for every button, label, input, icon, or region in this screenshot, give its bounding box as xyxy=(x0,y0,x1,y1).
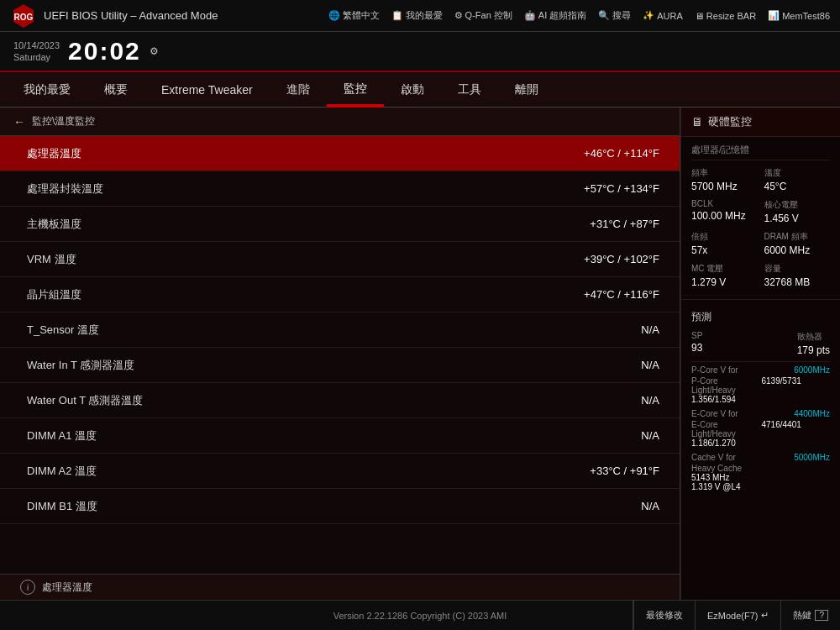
nav-extreme-tweaker[interactable]: Extreme Tweaker xyxy=(144,72,270,108)
monitor-title-icon: 🖥 xyxy=(691,115,703,129)
cpu-memory-section: 處理器/記憶體 頻率 5700 MHz 溫度 45°C BCLK 100.00 … xyxy=(681,137,840,296)
sensor-name: DIMM A2 溫度 xyxy=(27,464,525,479)
bclk-cell: BCLK 100.00 MHz xyxy=(691,199,758,224)
prediction-section: 預測 SP 93 散熱器 179 pts P-Core V for xyxy=(681,303,840,503)
last-modified-button[interactable]: 最後修改 xyxy=(633,601,695,630)
cpu-memory-title: 處理器/記憶體 xyxy=(691,144,830,160)
pred-divider xyxy=(691,361,830,362)
prediction-title: 預測 xyxy=(691,310,830,324)
footer: Version 2.22.1286 Copyright (C) 2023 AMI… xyxy=(0,600,840,630)
sensor-name: VRM 溫度 xyxy=(27,252,525,267)
sensor-row[interactable]: 晶片組溫度+47°C / +116°F xyxy=(0,277,680,312)
ai-icon: 🤖 xyxy=(524,10,536,21)
sensor-row[interactable]: DIMM A2 溫度+33°C / +91°F xyxy=(0,454,680,489)
nav-advanced[interactable]: 進階 xyxy=(270,72,327,108)
sensor-value: +57°C / +134°F xyxy=(525,182,659,195)
screen: ROG UEFI BIOS Utility – Advanced Mode 🌐 … xyxy=(0,0,840,630)
ezmode-icon: ↵ xyxy=(761,610,769,621)
info-icon: i xyxy=(20,580,35,595)
sensor-value: N/A xyxy=(525,359,659,371)
pcore-block: P-Core V for 6000MHz P-Core Light/Heavy … xyxy=(691,365,830,404)
sensor-value: +39°C / +102°F xyxy=(525,253,659,265)
sensor-name: Water In T 感測器溫度 xyxy=(27,358,525,373)
sensor-row[interactable]: Water In T 感測器溫度N/A xyxy=(0,348,680,383)
back-button[interactable]: ← xyxy=(13,115,25,129)
right-panel: 🖥 硬體監控 處理器/記憶體 頻率 5700 MHz 溫度 45°C BC xyxy=(680,108,840,600)
dram-freq-cell: DRAM 頻率 6000 MHz xyxy=(764,231,831,256)
tool-search[interactable]: 🔍 搜尋 xyxy=(598,9,631,22)
sensor-row[interactable]: 主機板溫度+31°C / +87°F xyxy=(0,207,680,242)
cpu-memory-grid: 頻率 5700 MHz 溫度 45°C BCLK 100.00 MHz 核心電壓… xyxy=(691,167,830,288)
sensor-row[interactable]: 處理器溫度+46°C / +114°F xyxy=(0,136,680,171)
sensor-row[interactable]: Water Out T 感測器溫度N/A xyxy=(0,383,680,418)
top-bar: ROG UEFI BIOS Utility – Advanced Mode 🌐 … xyxy=(0,0,840,32)
sensor-value: N/A xyxy=(525,500,659,512)
resizebar-icon: 🖥 xyxy=(695,11,704,21)
copyright-text: Version 2.22.1286 Copyright (C) 2023 AMI xyxy=(333,611,507,621)
footer-buttons: 最後修改 EzMode(F7) ↵ 熱鍵 ? xyxy=(633,601,840,630)
sensor-name: 主機板溫度 xyxy=(27,217,525,232)
tool-language[interactable]: 🌐 繁體中文 xyxy=(328,9,380,22)
time-settings-icon[interactable]: ⚙ xyxy=(150,45,159,57)
nav-tools[interactable]: 工具 xyxy=(441,72,498,108)
nav-boot[interactable]: 啟動 xyxy=(384,72,441,108)
favorites-icon: 📋 xyxy=(391,10,403,21)
right-panel-title: 🖥 硬體監控 xyxy=(681,108,840,137)
divider xyxy=(681,299,840,300)
sensor-value: +47°C / +116°F xyxy=(525,288,659,301)
sensor-name: 晶片組溫度 xyxy=(27,287,525,302)
nav-overview[interactable]: 概要 xyxy=(87,72,144,108)
sensor-row[interactable]: DIMM B1 溫度N/A xyxy=(0,489,680,524)
tool-aura[interactable]: ✨ AURA xyxy=(643,10,683,21)
status-text: 處理器溫度 xyxy=(42,580,92,595)
capacity-cell: 容量 32768 MB xyxy=(764,263,831,288)
aura-icon: ✨ xyxy=(643,10,654,21)
time-display: 20:02 xyxy=(68,37,141,66)
sensor-row[interactable]: DIMM A1 溫度N/A xyxy=(0,418,680,454)
sensor-value: +33°C / +91°F xyxy=(525,465,659,477)
sensor-row[interactable]: T_Sensor 溫度N/A xyxy=(0,312,680,348)
breadcrumb: ← 監控\溫度監控 xyxy=(0,108,680,136)
sensor-name: DIMM B1 溫度 xyxy=(27,499,525,514)
multiplier-cell: 倍頻 57x xyxy=(691,231,758,256)
sensor-table: 處理器溫度+46°C / +114°F處理器封裝溫度+57°C / +134°F… xyxy=(0,136,680,574)
sensor-name: Water Out T 感測器溫度 xyxy=(27,393,525,408)
content-area: ← 監控\溫度監控 處理器溫度+46°C / +114°F處理器封裝溫度+57°… xyxy=(0,108,840,600)
sensor-name: 處理器封裝溫度 xyxy=(27,181,525,197)
tool-ai[interactable]: 🤖 AI 超頻指南 xyxy=(524,9,586,22)
freq-cell: 頻率 5700 MHz xyxy=(691,167,758,192)
sensor-row[interactable]: VRM 溫度+39°C / +102°F xyxy=(0,242,680,277)
date-display: 10/14/2023 Saturday xyxy=(13,39,60,64)
tool-favorites[interactable]: 📋 我的最愛 xyxy=(391,9,443,22)
left-panel: ← 監控\溫度監控 處理器溫度+46°C / +114°F處理器封裝溫度+57°… xyxy=(0,108,680,600)
sensor-name: T_Sensor 溫度 xyxy=(27,323,525,338)
top-bar-tools: 🌐 繁體中文 📋 我的最愛 ⚙ Q-Fan 控制 🤖 AI 超頻指南 🔍 搜尋 … xyxy=(231,9,830,22)
sensor-value: +46°C / +114°F xyxy=(525,147,659,160)
tool-resizebar[interactable]: 🖥 Resize BAR xyxy=(695,11,756,21)
ezmode-button[interactable]: EzMode(F7) ↵ xyxy=(695,601,781,630)
sp-row: SP 93 散熱器 179 pts xyxy=(691,331,830,356)
core-voltage-cell: 核心電壓 1.456 V xyxy=(764,199,831,224)
hotkeys-button[interactable]: 熱鍵 ? xyxy=(780,601,840,630)
bios-title: UEFI BIOS Utility – Advanced Mode xyxy=(44,9,218,22)
sensor-value: N/A xyxy=(525,394,659,407)
datetime-bar: 10/14/2023 Saturday 20:02 ⚙ xyxy=(0,32,840,72)
sensor-row[interactable]: 處理器封裝溫度+57°C / +134°F xyxy=(0,171,680,207)
logo-area: ROG UEFI BIOS Utility – Advanced Mode xyxy=(10,3,218,29)
tool-memtest[interactable]: 📊 MemTest86 xyxy=(768,10,830,21)
sensor-value: N/A xyxy=(525,323,659,336)
tool-qfan[interactable]: ⚙ Q-Fan 控制 xyxy=(454,9,512,22)
bottom-status-bar: i 處理器溫度 xyxy=(0,574,680,600)
nav-exit[interactable]: 離開 xyxy=(498,72,555,108)
temp-cell: 溫度 45°C xyxy=(764,167,831,192)
sensor-value: N/A xyxy=(525,429,659,442)
qfan-icon: ⚙ xyxy=(454,10,463,21)
svg-text:ROG: ROG xyxy=(14,13,34,22)
breadcrumb-path: 監控\溫度監控 xyxy=(32,114,95,129)
nav-monitor[interactable]: 監控 xyxy=(327,72,384,108)
sensor-value: +31°C / +87°F xyxy=(525,218,659,230)
main-nav: 我的最愛 概要 Extreme Tweaker 進階 監控 啟動 工具 離開 xyxy=(0,72,840,108)
cache-block: Cache V for 5000MHz Heavy Cache 5143 MHz… xyxy=(691,453,830,491)
sensor-name: DIMM A1 溫度 xyxy=(27,428,525,444)
nav-favorites[interactable]: 我的最愛 xyxy=(7,72,87,108)
